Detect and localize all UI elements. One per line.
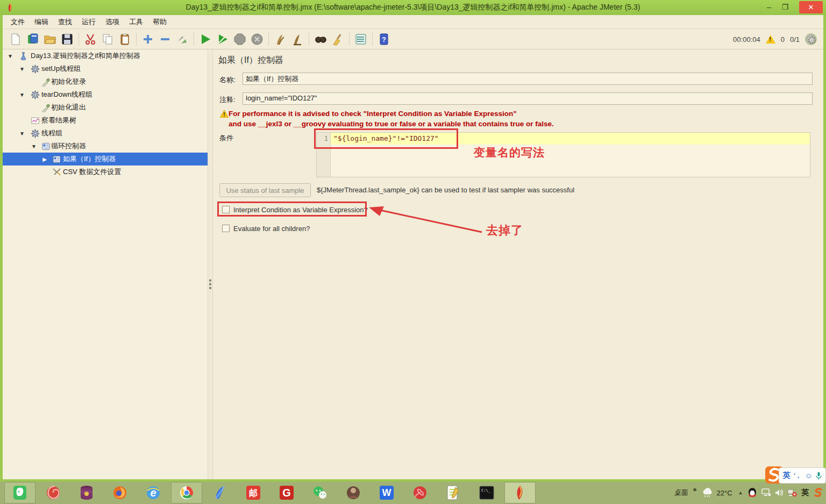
tree-node-1[interactable]: ▼setUp线程组: [3, 62, 208, 75]
tree-node-0[interactable]: ▼Day13.逻辑控制器之if和简单控制器: [3, 49, 208, 62]
menu-item-6[interactable]: 帮助: [149, 16, 170, 28]
volume-tray-icon[interactable]: [773, 481, 785, 504]
taskbar-app-avatar[interactable]: [338, 482, 369, 503]
tree-node-5[interactable]: 察看结果树: [3, 114, 208, 127]
tree-node-label[interactable]: 察看结果树: [41, 116, 76, 125]
sampler-icon: [41, 77, 51, 87]
taskbar-app-wps[interactable]: W: [371, 482, 402, 503]
remote-stop-button[interactable]: [289, 31, 306, 47]
paste-button[interactable]: [116, 31, 133, 47]
tray-overflow-chevrons[interactable]: »: [690, 478, 699, 501]
ime-emoji-button[interactable]: ☺: [805, 471, 813, 480]
evaluate-all-children-label[interactable]: Evaluate for all children?: [233, 225, 310, 233]
ime-lang-toggle[interactable]: 英: [783, 471, 791, 480]
search-button[interactable]: [312, 31, 329, 47]
temperature-indicator[interactable]: 22°C: [714, 481, 735, 504]
tree-node-6[interactable]: ▼线程组: [3, 127, 208, 140]
minimize-button[interactable]: –: [761, 0, 777, 14]
function-helper-button[interactable]: [352, 31, 369, 47]
taskbar-app-evernote[interactable]: [4, 482, 35, 503]
shutdown-button[interactable]: [248, 31, 266, 47]
add-button[interactable]: [139, 31, 156, 47]
start-no-pauses-button[interactable]: [214, 31, 231, 47]
taskbar-app-notepad[interactable]: [438, 482, 469, 503]
use-status-of-last-sample-button[interactable]: Use status of last sample: [219, 183, 311, 197]
tree-node-label[interactable]: 初始化退出: [51, 103, 86, 112]
tree-node-label[interactable]: 初始化登录: [51, 77, 86, 87]
tree-node-label[interactable]: 线程组: [41, 128, 62, 138]
menu-item-5[interactable]: 工具: [125, 16, 147, 28]
menu-item-1[interactable]: 编辑: [31, 16, 52, 28]
taskbar-app-jmeter[interactable]: [504, 482, 536, 503]
show-desktop-button[interactable]: 桌面: [672, 481, 690, 504]
toggle-button[interactable]: [174, 31, 191, 47]
start-button[interactable]: [197, 31, 214, 47]
tree-node-label[interactable]: 如果（If）控制器: [63, 154, 116, 164]
paste-icon: [118, 33, 131, 46]
menu-item-2[interactable]: 查找: [54, 16, 76, 28]
taskbar-app-database[interactable]: [71, 482, 102, 503]
collapse-arrow-icon[interactable]: ▼: [31, 143, 37, 149]
expand-arrow-icon[interactable]: ▶: [41, 156, 48, 162]
templates-button[interactable]: [24, 31, 41, 47]
taskbar-app-mail[interactable]: 邮: [238, 482, 269, 503]
collapse-arrow-icon[interactable]: ▼: [19, 92, 25, 98]
clear-search-button[interactable]: [329, 31, 346, 47]
cut-button[interactable]: [82, 31, 99, 47]
collapse-arrow-icon[interactable]: ▼: [19, 66, 25, 72]
remove-button[interactable]: [156, 31, 174, 47]
help-button[interactable]: ?: [375, 31, 393, 47]
menu-item-3[interactable]: 运行: [78, 16, 99, 28]
taskbar-app-cmd[interactable]: C:\_: [471, 482, 502, 503]
name-input[interactable]: 如果（If）控制器: [243, 73, 813, 85]
new-button[interactable]: [7, 31, 24, 47]
collapse-arrow-icon[interactable]: ▼: [19, 131, 25, 136]
menu-item-0[interactable]: 文件: [7, 16, 29, 28]
taskbar-app-g-browser[interactable]: G: [271, 482, 302, 503]
ime-mic-icon[interactable]: [816, 472, 822, 480]
tree-node-4[interactable]: 初始化退出: [3, 101, 208, 114]
tree-node-label[interactable]: 循环控制器: [51, 141, 86, 151]
tree-node-label[interactable]: Day13.逻辑控制器之if和简单控制器: [31, 51, 140, 61]
tray-expand-icon[interactable]: ▲: [736, 481, 745, 504]
warning-indicator-icon[interactable]: [766, 35, 775, 44]
taskbar-app-chrome[interactable]: [171, 482, 202, 503]
menu-item-4[interactable]: 选项: [102, 16, 123, 28]
taskbar-app-rose[interactable]: [404, 482, 436, 503]
tree-node-3[interactable]: ▼tearDown线程组: [3, 88, 208, 101]
pane-splitter[interactable]: [208, 49, 213, 479]
stop-button[interactable]: [231, 31, 248, 47]
close-button[interactable]: ✕: [799, 1, 823, 13]
network-monitor-tray-icon[interactable]: [760, 481, 772, 504]
remote-start-button[interactable]: [272, 31, 289, 47]
svg-text:!: !: [223, 112, 225, 118]
evaluate-all-children-checkbox[interactable]: [222, 225, 230, 232]
tree-node-8[interactable]: ▶如果（If）控制器: [3, 153, 208, 165]
open-button[interactable]: [41, 31, 59, 47]
tree-node-label[interactable]: CSV 数据文件设置: [63, 167, 121, 177]
ime-punctuation-toggle[interactable]: ’，: [794, 472, 801, 480]
qq-tray-icon[interactable]: [746, 481, 758, 504]
taskbar-app-firefox[interactable]: [104, 482, 136, 503]
search-icon: [314, 33, 327, 46]
weather-cloud-icon[interactable]: [700, 481, 715, 504]
language-indicator[interactable]: 英: [799, 481, 811, 504]
titlebar[interactable]: Day13_逻辑控制器之if和简单控制.jmx (E:\software\apa…: [0, 0, 826, 15]
tree-node-9[interactable]: CSV 数据文件设置: [3, 165, 208, 178]
tree-node-label[interactable]: tearDown线程组: [41, 90, 92, 99]
sogou-tray-icon[interactable]: [812, 481, 825, 504]
copy-button[interactable]: [99, 31, 116, 47]
maximize-button[interactable]: ❐: [778, 0, 793, 14]
save-button[interactable]: [59, 31, 76, 47]
comment-input[interactable]: login_name!="IDO127": [243, 92, 813, 105]
taskbar-app-thunder[interactable]: [204, 482, 236, 503]
taskbar-app-wechat[interactable]: [304, 482, 336, 503]
collapse-arrow-icon[interactable]: ▼: [7, 53, 13, 59]
network-error-tray-icon[interactable]: [786, 481, 798, 504]
tree-node-label[interactable]: setUp线程组: [41, 64, 81, 74]
tree-node-2[interactable]: 初始化登录: [3, 75, 208, 88]
taskbar-app-ie[interactable]: e: [138, 482, 169, 503]
stop-icon: [233, 33, 246, 46]
tree-node-7[interactable]: ▼循环控制器: [3, 140, 208, 153]
taskbar-app-red-spiral[interactable]: [38, 482, 69, 503]
